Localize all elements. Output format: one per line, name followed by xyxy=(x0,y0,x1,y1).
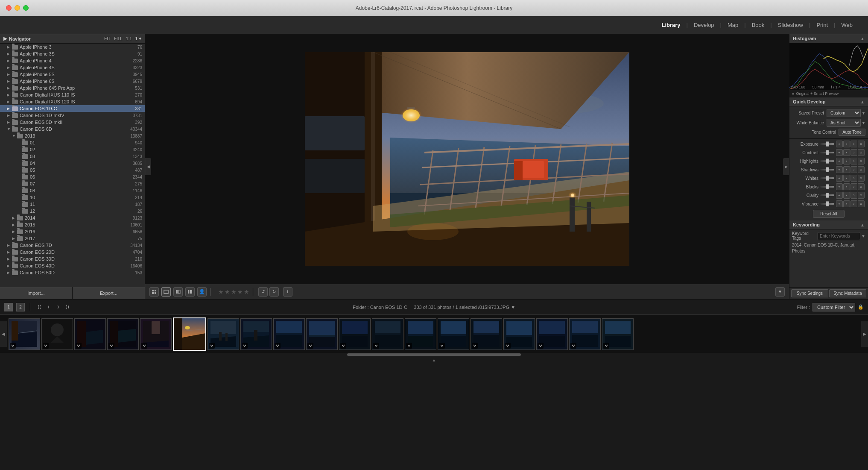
folder-canon-ixus-110[interactable]: ▶ Canon Digital IXUS 110 IS 270 xyxy=(0,91,145,98)
blacks-inc-sm[interactable]: › xyxy=(850,183,857,190)
nav-web[interactable]: Web xyxy=(836,20,858,30)
nav-slideshow[interactable]: Slideshow xyxy=(773,20,808,30)
shadows-dec-sm[interactable]: ‹ xyxy=(843,166,850,173)
whites-dec-sm[interactable]: ‹ xyxy=(843,175,850,182)
filmstrip-thumb-14[interactable] xyxy=(438,318,469,350)
folder-canon-eos-30d[interactable]: ▶ Canon EOS 30D 210 xyxy=(0,256,145,262)
folder-canon-eos-5dmkii[interactable]: ▶ Canon EOS 5D-mkII 392 xyxy=(0,119,145,126)
rotate-ccw-btn[interactable]: ↺ xyxy=(258,287,268,297)
people-view-btn[interactable]: 👤 xyxy=(197,287,207,297)
filmstrip-thumb-16[interactable] xyxy=(503,318,535,350)
vibrance-dec[interactable]: « xyxy=(836,200,843,207)
fullscreen-button[interactable] xyxy=(23,5,29,11)
export-button[interactable]: Export... xyxy=(73,287,145,299)
contrast-inc-sm[interactable]: › xyxy=(850,149,857,156)
clarity-dec[interactable]: « xyxy=(836,192,843,199)
highlights-dec-sm[interactable]: ‹ xyxy=(843,158,850,164)
folder-canon-eos-7d[interactable]: ▶ Canon EOS 7D 34134 xyxy=(0,242,145,249)
folder-canon-eos-40d[interactable]: ▶ Canon EOS 40D 16406 xyxy=(0,262,145,269)
whites-inc-sm[interactable]: › xyxy=(850,175,857,182)
filmstrip-thumb-9[interactable] xyxy=(273,318,305,350)
keywording-header[interactable]: Keywording ▲ xyxy=(789,220,868,229)
contrast-slider[interactable] xyxy=(820,152,834,153)
shadows-inc[interactable]: » xyxy=(858,166,865,173)
folder-10[interactable]: 10 214 xyxy=(0,194,145,201)
folder-2013[interactable]: ▼ 2013 13887 xyxy=(0,132,145,139)
filmstrip-scroll-right[interactable]: ▶ xyxy=(861,321,868,347)
close-button[interactable] xyxy=(6,5,12,11)
highlights-inc[interactable]: » xyxy=(858,158,865,164)
collapse-right-arrow[interactable]: ▶ xyxy=(783,158,789,175)
histogram-header[interactable]: Histogram ▲ xyxy=(789,34,868,43)
nav-map[interactable]: Map xyxy=(722,20,743,30)
filmstrip-thumb-17[interactable] xyxy=(536,318,568,350)
filter-lock-icon[interactable]: 🔒 xyxy=(858,304,864,310)
exposure-slider[interactable] xyxy=(820,143,834,145)
whites-dec[interactable]: « xyxy=(836,175,843,182)
folder-07[interactable]: 07 275 xyxy=(0,180,145,187)
vibrance-inc[interactable]: » xyxy=(858,200,865,207)
filmstrip-scroll-left[interactable]: ◀ xyxy=(0,321,7,347)
folder-03[interactable]: 03 1343 xyxy=(0,153,145,160)
filmstrip-thumb-8[interactable] xyxy=(240,318,272,350)
collapse-left-arrow[interactable]: ◀ xyxy=(145,158,151,175)
rotate-cw-btn[interactable]: ↻ xyxy=(269,287,279,297)
folder-06[interactable]: 06 2344 xyxy=(0,173,145,180)
filmstrip-thumb-2[interactable] xyxy=(41,318,73,350)
grid-view-btn[interactable] xyxy=(149,287,159,297)
filmstrip-thumb-15[interactable] xyxy=(471,318,502,350)
folder-02[interactable]: 02 3240 xyxy=(0,146,145,153)
info-btn[interactable]: ℹ xyxy=(283,287,292,297)
filmstrip-scrollbar[interactable] xyxy=(0,353,868,356)
nav-develop[interactable]: Develop xyxy=(689,20,719,30)
filmstrip-prev[interactable]: ⟨ xyxy=(45,303,53,311)
exposure-inc[interactable]: » xyxy=(858,141,865,147)
folder-apple-iphone-3[interactable]: ▶ Apple iPhone 3 76 xyxy=(0,44,145,50)
keyword-options-btn[interactable]: ▼ xyxy=(861,234,865,238)
filmstrip-thumb-11[interactable] xyxy=(339,318,371,350)
folder-12[interactable]: 12 26 xyxy=(0,208,145,214)
white-balance-select[interactable]: As Shot xyxy=(827,119,861,127)
star-rating[interactable]: ★ ★ ★ ★ ★ xyxy=(218,288,249,295)
folder-11[interactable]: 11 187 xyxy=(0,201,145,208)
clarity-slider[interactable] xyxy=(820,194,834,196)
saved-preset-select[interactable]: Custom xyxy=(827,109,861,117)
nav-library[interactable]: Library xyxy=(656,20,685,30)
contrast-inc[interactable]: » xyxy=(858,149,865,156)
folder-2017[interactable]: ▶ 2017 75 xyxy=(0,235,145,242)
fit-btn[interactable]: FIT xyxy=(104,36,111,41)
filmstrip-thumb-13[interactable] xyxy=(405,318,436,350)
highlights-inc-sm[interactable]: › xyxy=(850,158,857,164)
sync-settings-btn[interactable]: Sync Settings xyxy=(791,289,828,297)
1to1-btn[interactable]: 1:1 xyxy=(126,36,132,41)
blacks-inc[interactable]: » xyxy=(858,183,865,190)
folder-2014[interactable]: ▶ 2014 9123 xyxy=(0,214,145,221)
compare-view-btn[interactable] xyxy=(173,287,183,297)
clarity-inc[interactable]: » xyxy=(858,192,865,199)
folder-08[interactable]: 08 1146 xyxy=(0,187,145,194)
navigator-header[interactable]: ▶ Navigator FIT FILL 1:1 1:+ xyxy=(0,34,145,44)
shadows-dec[interactable]: « xyxy=(836,166,843,173)
fill-btn[interactable]: FILL xyxy=(114,36,123,41)
blacks-dec-sm[interactable]: ‹ xyxy=(843,183,850,190)
highlights-slider[interactable] xyxy=(820,160,834,162)
wb-arrow[interactable]: ▼ xyxy=(862,121,865,125)
filmstrip-thumb-5[interactable] xyxy=(140,318,172,350)
survey-view-btn[interactable] xyxy=(185,287,195,297)
highlights-dec[interactable]: « xyxy=(836,158,843,164)
filmstrip-page-2[interactable]: 2 xyxy=(16,303,25,311)
folder-apple-iphone-6s[interactable]: ▶ Apple iPhone 6S 6679 xyxy=(0,78,145,85)
folder-apple-iphone-3s[interactable]: ▶ Apple iPhone 3S 91 xyxy=(0,50,145,57)
clarity-dec-sm[interactable]: ‹ xyxy=(843,192,850,199)
filmstrip-thumb-7[interactable] xyxy=(208,318,239,350)
folder-canon-eos-1dmkiv[interactable]: ▶ Canon EOS 1D-mkIV 3731 xyxy=(0,112,145,119)
contrast-dec-sm[interactable]: ‹ xyxy=(843,149,850,156)
exposure-inc-sm[interactable]: › xyxy=(850,141,857,147)
folder-apple-iphone-5s[interactable]: ▶ Apple iPhone 5S 3945 xyxy=(0,71,145,78)
folder-canon-eos-20d[interactable]: ▶ Canon EOS 20D 4704 xyxy=(0,249,145,256)
filmstrip-prev-prev[interactable]: ⟨⟨ xyxy=(35,303,43,311)
folder-2015[interactable]: ▶ 2015 10601 xyxy=(0,221,145,228)
vibrance-inc-sm[interactable]: › xyxy=(850,200,857,207)
filmstrip-thumb-18[interactable] xyxy=(569,318,601,350)
folder-apple-iphone-645[interactable]: ▶ Apple iPhone 645 Pro App 531 xyxy=(0,85,145,91)
